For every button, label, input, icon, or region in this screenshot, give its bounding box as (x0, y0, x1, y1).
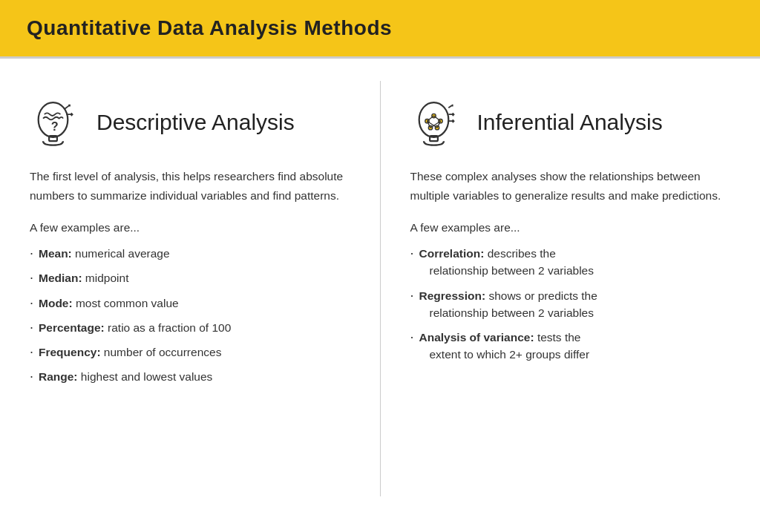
descriptive-header: ? Descriptive Analysis (30, 96, 350, 149)
main-content: ? Descriptive Analysis The first level o… (0, 59, 760, 519)
inferential-description: These complex analyses show the relation… (410, 167, 731, 205)
page-header: Quantitative Data Analysis Methods (0, 0, 760, 59)
descriptive-analysis-column: ? Descriptive Analysis The first level o… (0, 81, 381, 496)
inferential-header: Inferential Analysis (410, 96, 731, 149)
list-item: Median: midpoint (30, 269, 350, 286)
list-item: Mode: most common value (30, 295, 350, 312)
descriptive-title: Descriptive Analysis (96, 110, 295, 135)
list-item: Analysis of variance: tests the extent t… (410, 329, 731, 364)
inferential-title: Inferential Analysis (477, 110, 663, 135)
list-item: Mean: numerical average (30, 245, 350, 262)
inferential-examples-label: A few examples are... (410, 221, 731, 234)
list-item: Correlation: describes the relationship … (410, 245, 731, 280)
svg-rect-1 (49, 136, 57, 141)
svg-line-11 (433, 116, 440, 121)
descriptive-icon: ? (30, 96, 83, 149)
descriptive-examples-label: A few examples are... (30, 221, 350, 234)
svg-line-10 (427, 116, 433, 121)
descriptive-description: The first level of analysis, this helps … (30, 167, 350, 205)
inferential-icon (410, 96, 464, 149)
inferential-analysis-column: Inferential Analysis These complex analy… (381, 81, 761, 496)
list-item: Frequency: number of occurrences (30, 344, 350, 361)
svg-rect-4 (430, 136, 438, 141)
list-item: Range: highest and lowest values (30, 368, 350, 385)
list-item: Percentage: ratio as a fraction of 100 (30, 319, 350, 336)
inferential-examples-list: Correlation: describes the relationship … (410, 245, 731, 364)
descriptive-examples-list: Mean: numerical average Median: midpoint… (30, 245, 350, 386)
svg-point-3 (419, 102, 448, 137)
list-item: Regression: shows or predicts the relati… (410, 287, 731, 322)
svg-text:?: ? (51, 119, 59, 133)
page-title: Quantitative Data Analysis Methods (27, 16, 733, 40)
